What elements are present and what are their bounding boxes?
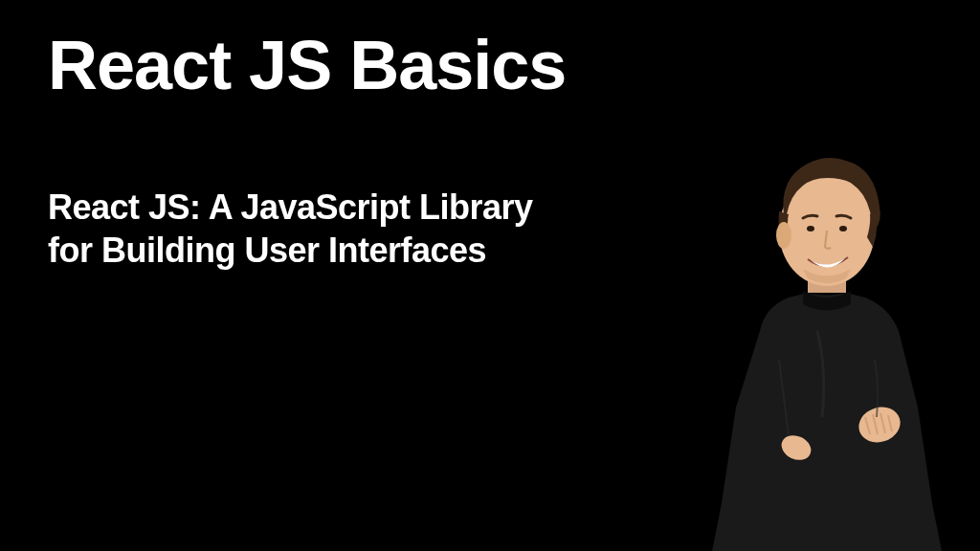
- slide-subtitle: React JS: A JavaScript Library for Build…: [48, 186, 546, 272]
- slide-content: React JS Basics React JS: A JavaScript L…: [0, 0, 980, 302]
- slide-title: React JS Basics: [48, 31, 932, 99]
